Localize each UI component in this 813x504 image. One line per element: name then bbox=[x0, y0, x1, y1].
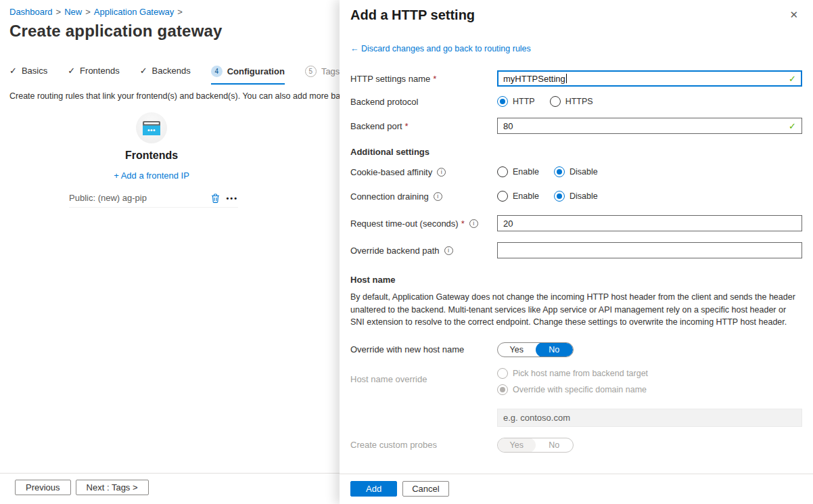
toggle-no: No bbox=[536, 438, 574, 453]
info-icon[interactable]: i bbox=[437, 168, 446, 177]
required-asterisk: * bbox=[405, 121, 409, 131]
delete-frontend-icon[interactable] bbox=[211, 193, 220, 203]
backend-port-label: Backend port * bbox=[350, 121, 497, 131]
breadcrumb-application-gateway[interactable]: Application Gateway bbox=[94, 7, 175, 17]
http-settings-name-row: HTTP settings name * myHTTPSetting ✓ bbox=[350, 70, 802, 87]
radio-button-icon bbox=[497, 191, 508, 202]
add-frontend-ip-link[interactable]: + Add a frontend IP bbox=[114, 170, 189, 181]
valid-check-icon: ✓ bbox=[789, 121, 796, 131]
breadcrumb: Dashboard>New>Application Gateway> bbox=[9, 7, 340, 17]
host-name-heading: Host name bbox=[350, 275, 802, 285]
tab-tags: 5 Tags bbox=[305, 66, 340, 83]
radio-pick-host-name: Pick host name from backend target bbox=[497, 368, 648, 379]
radio-button-icon bbox=[497, 96, 508, 107]
host-name-description: By default, Application Gateway does not… bbox=[350, 291, 799, 329]
tab-basics[interactable]: ✓ Basics bbox=[9, 66, 47, 82]
frontends-icon bbox=[136, 112, 167, 143]
override-backend-path-input[interactable] bbox=[497, 242, 802, 258]
cookie-affinity-row: Cookie-based affinity i Enable Disable bbox=[350, 166, 802, 177]
http-settings-name-input[interactable]: myHTTPSetting ✓ bbox=[497, 70, 802, 87]
radio-button-icon bbox=[554, 191, 565, 202]
configuration-description: Create routing rules that link your fron… bbox=[9, 91, 348, 101]
breadcrumb-separator: > bbox=[56, 7, 62, 17]
override-backend-path-row: Override backend path i bbox=[350, 242, 802, 258]
tab-backends[interactable]: ✓ Backends bbox=[140, 66, 191, 82]
panel-title: Add a HTTP setting bbox=[350, 7, 475, 23]
override-host-name-label: Override with new host name bbox=[350, 344, 497, 354]
close-icon[interactable]: ✕ bbox=[785, 7, 802, 22]
backend-port-row: Backend port * 80 ✓ bbox=[350, 118, 802, 134]
breadcrumb-separator: > bbox=[85, 7, 91, 17]
custom-probes-toggle: Yes No bbox=[497, 438, 574, 453]
breadcrumb-dashboard[interactable]: Dashboard bbox=[9, 7, 53, 17]
cancel-button[interactable]: Cancel bbox=[402, 481, 448, 497]
tab-configuration[interactable]: 4 Configuration bbox=[211, 66, 285, 85]
host-name-override-label: Host name override bbox=[350, 374, 497, 384]
cookie-affinity-label: Cookie-based affinity i bbox=[350, 167, 497, 177]
override-backend-path-label: Override backend path i bbox=[350, 246, 497, 256]
panel-header: Add a HTTP setting ✕ bbox=[340, 0, 813, 23]
text-caret bbox=[566, 74, 567, 83]
frontend-item-label: Public: (new) ag-pip bbox=[69, 193, 147, 203]
create-gateway-page: Dashboard>New>Application Gateway> Creat… bbox=[0, 0, 340, 504]
radio-http[interactable]: HTTP bbox=[497, 96, 535, 107]
request-timeout-input[interactable]: 20 bbox=[497, 215, 802, 231]
connection-draining-label: Connection draining i bbox=[350, 191, 497, 202]
valid-check-icon: ✓ bbox=[789, 74, 796, 84]
info-icon[interactable]: i bbox=[434, 192, 442, 201]
host-name-override-row: Host name override Pick host name from b… bbox=[350, 368, 802, 395]
custom-probes-label: Create custom probes bbox=[350, 440, 497, 450]
discard-changes-link[interactable]: ← Discard changes and go back to routing… bbox=[350, 44, 531, 53]
additional-settings-heading: Additional settings bbox=[350, 147, 802, 157]
check-icon: ✓ bbox=[68, 66, 75, 76]
radio-cookie-enable[interactable]: Enable bbox=[497, 166, 539, 177]
override-host-name-row: Override with new host name Yes No bbox=[350, 342, 802, 357]
toggle-yes[interactable]: Yes bbox=[498, 342, 536, 357]
step-number-badge: 5 bbox=[305, 66, 317, 77]
info-icon[interactable]: i bbox=[444, 246, 453, 255]
breadcrumb-new[interactable]: New bbox=[64, 7, 82, 17]
request-timeout-label: Request time-out (seconds) * i bbox=[350, 219, 497, 229]
backend-port-input[interactable]: 80 ✓ bbox=[497, 118, 802, 134]
add-http-setting-panel: Add a HTTP setting ✕ ← Discard changes a… bbox=[340, 0, 813, 504]
radio-override-domain: Override with specific domain name bbox=[497, 384, 648, 395]
previous-button[interactable]: Previous bbox=[15, 480, 71, 495]
screen: Dashboard>New>Application Gateway> Creat… bbox=[0, 0, 813, 504]
add-button[interactable]: Add bbox=[350, 481, 397, 497]
radio-button-icon bbox=[554, 166, 565, 177]
radio-draining-enable[interactable]: Enable bbox=[497, 191, 539, 202]
back-arrow-icon: ← bbox=[350, 44, 359, 53]
wizard-tabs: ✓ Basics ✓ Frontends ✓ Backends 4 Config… bbox=[9, 66, 340, 85]
toggle-no[interactable]: No bbox=[536, 342, 574, 357]
info-icon[interactable]: i bbox=[469, 219, 478, 228]
check-icon: ✓ bbox=[9, 66, 17, 76]
frontends-title: Frontends bbox=[57, 150, 246, 162]
radio-button-icon bbox=[550, 96, 561, 107]
step-number-badge: 4 bbox=[211, 66, 223, 77]
page-title: Create application gateway bbox=[9, 22, 340, 41]
required-asterisk: * bbox=[433, 74, 436, 84]
domain-name-row: e.g. contoso.com bbox=[350, 409, 802, 427]
toggle-yes: Yes bbox=[498, 438, 536, 453]
frontends-card: Frontends + Add a frontend IP Public: (n… bbox=[57, 112, 246, 208]
backend-protocol-label: Backend protocol bbox=[350, 97, 497, 107]
radio-button-icon bbox=[497, 368, 508, 379]
wizard-footer: Previous Next : Tags > bbox=[0, 473, 340, 504]
request-timeout-row: Request time-out (seconds) * i 20 bbox=[350, 215, 802, 231]
http-settings-name-label: HTTP settings name * bbox=[350, 74, 497, 84]
required-asterisk: * bbox=[461, 219, 465, 229]
check-icon: ✓ bbox=[140, 66, 147, 76]
frontend-item-menu-icon[interactable]: ••• bbox=[226, 194, 238, 202]
radio-https[interactable]: HTTPS bbox=[550, 96, 593, 107]
backend-protocol-row: Backend protocol HTTP HTTPS bbox=[350, 96, 802, 107]
frontend-item-row: Public: (new) ag-pip ••• bbox=[69, 193, 238, 208]
override-host-name-toggle[interactable]: Yes No bbox=[497, 342, 574, 357]
tab-frontends[interactable]: ✓ Frontends bbox=[68, 66, 119, 82]
breadcrumb-separator: > bbox=[177, 7, 183, 17]
browser-window-icon bbox=[143, 121, 160, 135]
panel-footer: Add Cancel bbox=[340, 474, 813, 504]
radio-draining-disable[interactable]: Disable bbox=[554, 191, 598, 202]
next-tags-button[interactable]: Next : Tags > bbox=[76, 480, 149, 495]
connection-draining-row: Connection draining i Enable Disable bbox=[350, 191, 802, 202]
radio-cookie-disable[interactable]: Disable bbox=[554, 166, 598, 177]
